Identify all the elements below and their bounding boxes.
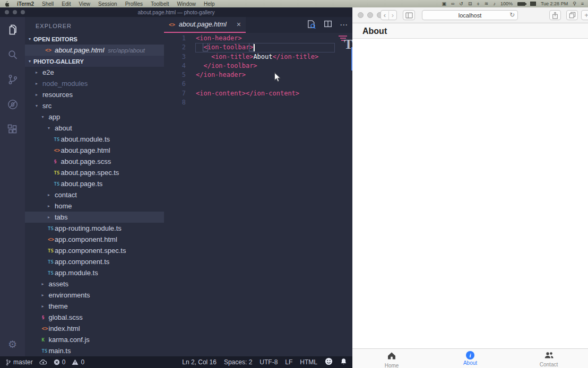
- airplay-display-icon[interactable]: ⊟: [468, 0, 472, 7]
- code-line-7[interactable]: 7<ion-content></ion-content>: [164, 89, 352, 98]
- tree-item-about.module.ts[interactable]: TSabout.module.ts: [25, 134, 164, 145]
- tree-item-assets[interactable]: ▸assets: [25, 278, 164, 290]
- tree-item-src[interactable]: ▾src: [25, 100, 164, 111]
- menu-clock[interactable]: Tue 2:28 PM: [541, 1, 568, 6]
- code-line-8[interactable]: 8: [164, 98, 352, 107]
- tree-item-contact[interactable]: ▸contact: [25, 189, 164, 200]
- chevron-right-icon: ▸: [42, 293, 49, 297]
- notifications-bell-icon[interactable]: [340, 358, 347, 367]
- open-changes-icon[interactable]: [306, 19, 316, 31]
- tree-item-home[interactable]: ▸home: [25, 200, 164, 212]
- menu-shell[interactable]: Shell: [42, 1, 54, 7]
- code-line-1[interactable]: 1<ion-header>: [164, 34, 352, 43]
- wifi-icon[interactable]: ≋: [485, 0, 489, 7]
- window-controls[interactable]: [5, 10, 25, 14]
- tree-item-global.scss[interactable]: §global.scss: [25, 312, 164, 323]
- encoding-status[interactable]: UTF-8: [260, 358, 278, 366]
- tree-item-app.component.ts[interactable]: TSapp.component.ts: [25, 256, 164, 267]
- apple-menu-icon[interactable]: [4, 1, 9, 7]
- tree-item-tabs[interactable]: ▸tabs: [25, 212, 164, 223]
- menu-window[interactable]: Window: [177, 1, 196, 7]
- git-branch-status[interactable]: master: [5, 358, 33, 366]
- project-section-header[interactable]: ▾ PHOTO-GALLERY: [25, 56, 164, 67]
- indentation-status[interactable]: Spaces: 2: [224, 358, 252, 366]
- tree-item-node_modules[interactable]: ▸node_modules: [25, 78, 164, 89]
- explorer-icon[interactable]: [0, 17, 25, 42]
- eyeglasses-icon[interactable]: ∞: [451, 0, 454, 7]
- ion-tab-contact[interactable]: Contact: [509, 349, 588, 368]
- tree-item-app.module.ts[interactable]: TSapp.module.ts: [25, 267, 164, 278]
- tree-item-about[interactable]: ▾about: [25, 122, 164, 134]
- tree-item-about.page.html[interactable]: <>about.page.html: [25, 145, 164, 156]
- tree-item-main.ts[interactable]: TSmain.ts: [25, 345, 164, 356]
- back-icon[interactable]: ‹: [381, 11, 388, 20]
- ion-tab-about[interactable]: iAbout: [431, 349, 509, 368]
- battery-icon[interactable]: [517, 2, 525, 6]
- window-controls[interactable]: [358, 12, 383, 18]
- forward-icon[interactable]: ›: [388, 11, 396, 20]
- code-line-5[interactable]: 5</ion-header>: [164, 71, 352, 80]
- time-machine-icon[interactable]: ↺: [459, 0, 463, 7]
- tree-item-index.html[interactable]: <>index.html: [25, 323, 164, 334]
- reload-icon[interactable]: ↻: [509, 11, 515, 19]
- code-line-3[interactable]: 3 <ion-title>About</ion-title>: [164, 52, 352, 62]
- tab-overview-icon[interactable]: [566, 10, 578, 20]
- tree-item-app.component.spec.ts[interactable]: TSapp.component.spec.ts: [25, 245, 164, 256]
- ion-tab-home[interactable]: Home: [352, 349, 431, 368]
- tree-item-app.component.html[interactable]: <>app.component.html: [25, 234, 164, 245]
- more-actions-icon[interactable]: ⋯: [340, 20, 348, 30]
- keystroke-icon[interactable]: ⌽: [477, 0, 479, 7]
- publish-cloud-icon[interactable]: [39, 359, 47, 365]
- share-icon[interactable]: [549, 10, 561, 20]
- close-tab-icon[interactable]: ×: [237, 21, 241, 28]
- tree-item-resources[interactable]: ▸resources: [25, 89, 164, 100]
- tree-item-e2e[interactable]: ▸e2e: [25, 67, 164, 78]
- menu-toolbelt[interactable]: Toolbelt: [151, 1, 169, 7]
- tree-item-about.page.ts[interactable]: TSabout.page.ts: [25, 178, 164, 189]
- debug-icon[interactable]: [0, 92, 25, 117]
- code-line-6[interactable]: 6: [164, 80, 352, 89]
- settings-gear-icon[interactable]: ⚙: [0, 335, 25, 353]
- tab-about-page-html[interactable]: <> about.page.html ×: [164, 17, 246, 33]
- warnings-status[interactable]: 0: [72, 358, 84, 366]
- open-editors-header[interactable]: ▾ OPEN EDITORS: [25, 33, 164, 45]
- menu-help[interactable]: Help: [204, 1, 215, 7]
- nav-buttons[interactable]: ‹ ›: [381, 10, 397, 20]
- extensions-icon[interactable]: [0, 117, 25, 142]
- tree-item-karma.conf.js[interactable]: Kkarma.conf.js: [25, 334, 164, 345]
- volume-icon[interactable]: ♪: [493, 0, 496, 7]
- activity-bar: ⚙: [0, 17, 25, 356]
- tree-item-app-routing.module.ts[interactable]: TSapp-routing.module.ts: [25, 223, 164, 234]
- tree-item-environments[interactable]: ▸environments: [25, 290, 164, 301]
- address-bar[interactable]: localhost ↻: [422, 10, 518, 20]
- feedback-smiley-icon[interactable]: [325, 357, 333, 367]
- errors-status[interactable]: 0: [54, 358, 66, 366]
- menu-profiles[interactable]: Profiles: [125, 1, 143, 7]
- split-editor-icon[interactable]: [323, 19, 333, 31]
- menu-session[interactable]: Session: [98, 1, 117, 7]
- tree-item-about.page.spec.ts[interactable]: TSabout.page.spec.ts: [25, 167, 164, 178]
- tree-item-app[interactable]: ▾app: [25, 111, 164, 122]
- screen-record-icon[interactable]: ▣: [442, 0, 446, 7]
- notification-center-icon[interactable]: ≡: [581, 0, 584, 7]
- menu-app-name[interactable]: iTerm2: [17, 1, 34, 7]
- eol-status[interactable]: LF: [285, 358, 292, 366]
- open-editor-item[interactable]: <> about.page.html src/app/about: [25, 45, 164, 56]
- tree-item-about.page.scss[interactable]: §about.page.scss: [25, 156, 164, 167]
- code-line-2[interactable]: 2 <ion-toolbar>: [164, 43, 352, 52]
- search-icon[interactable]: [0, 42, 25, 67]
- menu-edit[interactable]: Edit: [62, 1, 71, 7]
- code-line-4[interactable]: 4 </ion-toolbar>: [164, 62, 352, 71]
- cursor-position-status[interactable]: Ln 2, Col 16: [182, 358, 217, 366]
- menu-view[interactable]: View: [79, 1, 91, 7]
- status-bar: master 0 0 Ln 2, Col 16 Spaces: 2 UTF-8: [0, 356, 352, 368]
- spotlight-icon[interactable]: ⚲: [573, 0, 576, 7]
- input-source-icon[interactable]: [530, 2, 536, 6]
- vscode-titlebar[interactable]: about.page.html — photo-gallery: [0, 7, 352, 17]
- code-editor[interactable]: 1<ion-header>2 <ion-toolbar>3 <ion-title…: [164, 33, 352, 340]
- tree-item-theme[interactable]: ▸theme: [25, 301, 164, 312]
- language-mode-status[interactable]: HTML: [300, 358, 317, 366]
- sidebar-toggle-icon[interactable]: [403, 10, 415, 20]
- source-control-icon[interactable]: [0, 67, 25, 92]
- new-tab-icon[interactable]: +: [581, 10, 588, 20]
